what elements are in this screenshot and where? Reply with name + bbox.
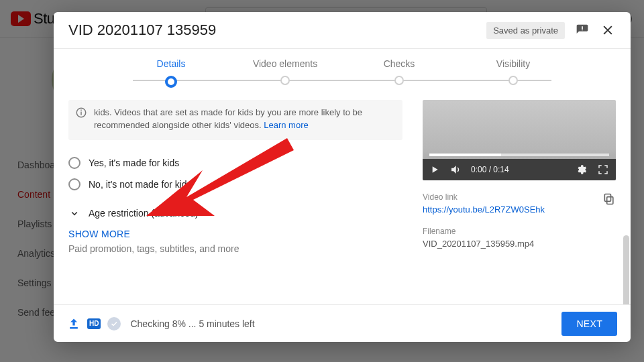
video-link-row: Video link https://youtu.be/L2R7ZW0SEhk [423,192,616,215]
feedback-icon[interactable] [574,22,590,38]
step-checks[interactable]: Checks [342,58,456,85]
radio-label: No, it's not made for kids [89,179,192,190]
preview-pane: 0:00 / 0:14 Video link https://youtu.be/… [423,100,616,304]
radio-label: Yes, it's made for kids [89,158,179,168]
video-player[interactable]: 0:00 / 0:14 [423,100,616,180]
check-circle-icon [107,317,121,330]
step-details[interactable]: Details [114,58,228,88]
svg-rect-6 [80,110,82,111]
video-link-label: Video link [423,192,545,202]
play-icon[interactable] [429,164,440,175]
video-link[interactable]: https://youtu.be/L2R7ZW0SEhk [423,204,545,215]
learn-more-link[interactable]: Learn more [264,120,308,130]
step-dot [280,76,290,85]
radio-made-for-kids-yes[interactable]: Yes, it's made for kids [68,152,402,174]
close-icon[interactable] [600,22,616,38]
filename-row: Filename VID_20201107_135959.mp4 [423,227,616,249]
svg-rect-8 [607,197,613,204]
step-video-elements[interactable]: Video elements [228,58,342,85]
modal-title: VID 20201107 135959 [68,21,216,39]
upload-status-icons: HD [67,317,121,330]
modal-footer: HD Checking 8% ... 5 minutes left NEXT [54,304,631,342]
fullscreen-icon[interactable] [597,164,609,176]
modal-header: VID 20201107 135959 Saved as private [54,12,631,49]
player-time: 0:00 / 0:14 [471,165,509,174]
step-dot [165,76,177,88]
filename-label: Filename [423,227,616,236]
step-dot [508,76,518,85]
age-restriction-label: Age restriction (advanced) [89,208,198,219]
upload-icon [67,317,80,330]
stepper-rail [133,80,551,81]
scrollbar-thumb[interactable] [623,235,629,304]
svg-rect-10 [70,327,78,329]
radio-made-for-kids-no[interactable]: No, it's not made for kids [68,174,402,195]
upload-modal: VID 20201107 135959 Saved as private Det… [54,12,631,342]
chevron-down-icon [68,207,80,219]
copy-icon [602,192,616,206]
next-button[interactable]: NEXT [561,312,617,336]
svg-rect-5 [80,112,82,115]
show-more-hint: Paid promotion, tags, subtitles, and mor… [68,243,402,254]
show-more-button[interactable]: SHOW MORE [68,229,402,239]
info-text: kids. Videos that are set as made for ki… [94,107,362,130]
made-for-kids-group: Yes, it's made for kids No, it's not mad… [68,152,402,195]
kids-info-box: kids. Videos that are set as made for ki… [68,100,402,140]
age-restriction-expander[interactable]: Age restriction (advanced) [68,207,402,219]
details-pane: kids. Videos that are set as made for ki… [68,100,402,304]
save-state-badge: Saved as private [486,22,565,39]
scrub-fill [429,154,501,156]
step-label: Checks [384,58,415,69]
modal-body: kids. Videos that are set as made for ki… [54,88,631,304]
gear-icon[interactable] [576,164,588,176]
step-dot [394,76,404,85]
svg-rect-9 [604,194,610,202]
scrub-bar[interactable] [429,154,609,156]
step-label: Details [157,58,186,69]
step-visibility[interactable]: Visibility [456,58,570,85]
copy-link-button[interactable] [602,192,616,206]
radio-ring-icon [68,157,80,169]
stepper: Details Video elements Checks Visibility [54,49,631,88]
upload-status-text: Checking 8% ... 5 minutes left [130,318,254,329]
hd-badge: HD [87,318,101,329]
filename-value: VID_20201107_135959.mp4 [423,239,616,249]
step-label: Visibility [496,58,530,69]
radio-ring-icon [68,178,80,190]
player-controls: 0:00 / 0:14 [423,159,616,180]
info-icon [75,107,87,119]
volume-icon[interactable] [449,164,462,176]
step-label: Video elements [253,58,317,69]
